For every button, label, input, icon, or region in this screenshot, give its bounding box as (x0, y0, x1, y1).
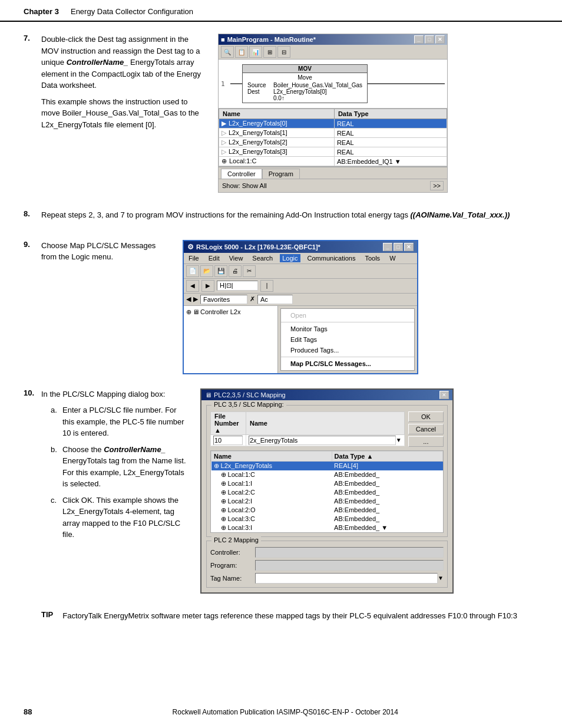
step-7: 7. Double-click the Dest tag assignment … (24, 34, 538, 193)
table-row[interactable]: ⊕ Local:1:C AB:Embedded_ (211, 470, 443, 479)
page-number: 88 (24, 707, 32, 716)
footer-center-text: Rockwell Automation Publication IASIMP-Q… (173, 708, 398, 716)
step-9: 9. Choose Map PLC/SLC Messages from the … (24, 240, 538, 374)
plc-minimize[interactable]: ✕ (439, 391, 449, 399)
tab-controller[interactable]: Controller (221, 169, 262, 179)
step-7-text-block: Double-click the Dest tag assignment in … (41, 34, 206, 135)
plc2-section-label: PLC 2 Mapping (211, 536, 261, 543)
step-8: 8. Repeat steps 2, 3, and 7 to program M… (24, 209, 538, 226)
sub-step-b: b. Choose the ControllerName_ EnergyTota… (51, 444, 189, 490)
minimize-btn[interactable]: _ (383, 243, 392, 251)
rslogix-body: ⊕ 🖥 Controller L2x Open (184, 306, 417, 373)
show-bar: Show: Show All >> (219, 179, 447, 192)
col-file-number: File Number ▲ (211, 411, 246, 434)
tag-name-label: Tag Name: (210, 575, 252, 582)
toolbar-h: H|⊡| (217, 281, 258, 291)
table-row[interactable]: ⊕ Local:2:C AB:Embedded_ (211, 488, 443, 497)
rslogix-toolbar-btn-1[interactable]: 📄 (186, 265, 199, 277)
ellipsis-button[interactable]: ... (408, 436, 444, 447)
chapter-label: Chapter 3 (24, 7, 59, 16)
rslogix-toolbar-btn-2[interactable]: 📂 (200, 265, 213, 277)
menu-search[interactable]: Search (250, 254, 275, 262)
dropdown-item-edit[interactable]: Edit Tags (281, 334, 414, 345)
table-row[interactable]: ⊕ Local:2:I AB:Embedded_ (211, 497, 443, 506)
dropdown-item-open: Open (281, 310, 414, 321)
rslogix-toolbar: 📄 📂 💾 🖨 ✂ (184, 264, 417, 279)
table-row[interactable]: ⊕ Local:3:C AB:Embedded_ (211, 515, 443, 523)
main-content: 7. Double-click the Dest tag assignment … (0, 22, 562, 639)
rslogix-toolbar-btn-4[interactable]: 🖨 (229, 265, 242, 277)
table-row[interactable]: ⊕ Local:3:I AB:Embedded_ ▼ (211, 523, 443, 532)
step-8-text: Repeat steps 2, 3, and 7 to program MOV … (41, 209, 538, 221)
tag-col-type: Data Type (334, 109, 447, 119)
ok-button[interactable]: OK (408, 411, 444, 422)
step-7-window: ■ MainProgram - MainRoutine* _ □ ✕ (218, 34, 448, 193)
tree-item[interactable]: ⊕ 🖥 Controller L2x (186, 308, 275, 316)
mov-source-row: Source Boiler_House_Gas.Val_Total_Gas (247, 82, 362, 88)
window-controls: _ □ ✕ (414, 35, 445, 44)
tag-table: Name Data Type ▶L2x_EnergyTotals[0] REAL (219, 108, 447, 166)
toolbar-btn-4[interactable]: ⊞ (263, 46, 276, 58)
toolbar-btn-1[interactable]: 🔍 (221, 46, 234, 58)
table-row[interactable]: ▶L2x_EnergyTotals[0] REAL (219, 119, 447, 129)
minimize-button[interactable]: _ (414, 35, 424, 44)
table-row[interactable]: ⊕ L2x_EnergyTotals REAL[4] (211, 461, 443, 470)
tab-program[interactable]: Program (262, 169, 300, 179)
step-10: 10. In the PLC/SLC Mapping dialog box: a… (24, 388, 538, 594)
plc2-section: PLC 2 Mapping Controller: Program: (206, 541, 448, 588)
table-row[interactable]: ⊕Local:1:C AB:Embedded_IQ1 ▼ (219, 157, 447, 166)
menu-view[interactable]: View (227, 254, 246, 262)
menu-edit[interactable]: Edit (206, 254, 222, 262)
rslogix-toolbar-btn-5[interactable]: ✂ (243, 265, 256, 277)
step-7-content: Double-click the Dest tag assignment in … (41, 34, 538, 193)
close-btn[interactable]: ✕ (404, 243, 414, 251)
rslogix-toolbar-btn-3[interactable]: 💾 (214, 265, 227, 277)
dropdown-item-produced[interactable]: Produced Tags... (281, 345, 414, 355)
tag-name-dropdown[interactable]: ▼ (438, 575, 444, 581)
maximize-btn[interactable]: □ (394, 243, 403, 251)
table-row[interactable]: ▷L2x_EnergyTotals[1] REAL (219, 129, 447, 138)
table-row[interactable]: ⊕ Local:2:O AB:Embedded_ (211, 506, 443, 515)
menu-separator (281, 322, 414, 322)
rslogix-titlebar: ⚙ RSLogix 5000 - L2x [1769-L23E-QBFC1]* … (184, 241, 417, 253)
cancel-button[interactable]: Cancel (408, 424, 444, 434)
tag-name-row: Tag Name: ▼ (210, 573, 444, 584)
plc-dlg-titlebar: 🖥 PLC2,3,5 / SLC Mapping ✕ (201, 390, 452, 400)
step-9-text-block: Choose Map PLC/SLC Messages from the Log… (41, 240, 171, 268)
menu-file[interactable]: File (186, 254, 201, 262)
close-button[interactable]: ✕ (435, 35, 445, 44)
nav-btn-1[interactable]: | (260, 280, 273, 292)
mov-move-label: Move (247, 74, 362, 81)
table-row[interactable]: ⊕ Local:1:I AB:Embedded_ (211, 479, 443, 488)
menu-tools[interactable]: Tools (362, 254, 382, 262)
toolbar-btn-5[interactable]: ⊟ (277, 46, 290, 58)
step-10-number: 10. (24, 388, 41, 397)
controller-input[interactable] (255, 547, 444, 558)
tag-name-input[interactable] (255, 573, 438, 584)
step-10-substeps: a. Enter a PLC/SLC file number. For this… (51, 404, 189, 541)
menu-w[interactable]: W (387, 254, 398, 262)
plc-dlg-controls: ✕ (439, 391, 449, 399)
mov-toolbar: 🔍 📋 📊 ⊞ ⊟ (219, 45, 447, 60)
step-9-text: Choose Map PLC/SLC Messages from the Log… (41, 240, 171, 263)
file-name-table-area: File Number ▲ Name (210, 411, 405, 447)
maximize-button[interactable]: □ (425, 35, 434, 44)
file-number-input[interactable] (213, 436, 243, 445)
rslogix-tree: ⊕ 🖥 Controller L2x (184, 306, 278, 373)
name-input[interactable] (249, 436, 396, 445)
program-input[interactable] (255, 560, 444, 571)
menu-communications[interactable]: Communications (305, 254, 358, 262)
step-10-main-text: In the PLC/SLC Mapping dialog box: (41, 388, 189, 400)
toolbar-btn-2[interactable]: 📋 (235, 46, 248, 58)
nav-back[interactable]: ◀ (186, 280, 199, 292)
toolbar-btn-3[interactable]: 📊 (249, 46, 262, 58)
logic-dropdown-menu: Open Monitor Tags Edit Tags Produced Tag… (280, 308, 415, 371)
dropdown-item-map[interactable]: Map PLC/SLC Messages... (281, 358, 414, 369)
table-row[interactable]: ▷L2x_EnergyTotals[3] REAL (219, 147, 447, 157)
dropdown-item-monitor[interactable]: Monitor Tags (281, 324, 414, 334)
menu-logic[interactable]: Logic (280, 254, 300, 262)
rslogix-menubar: File Edit View Search Logic Communicatio… (184, 253, 417, 264)
file-row[interactable]: ▼ (211, 434, 405, 446)
nav-forward[interactable]: ▶ (201, 280, 214, 292)
table-row[interactable]: ▷L2x_EnergyTotals[2] REAL (219, 138, 447, 147)
